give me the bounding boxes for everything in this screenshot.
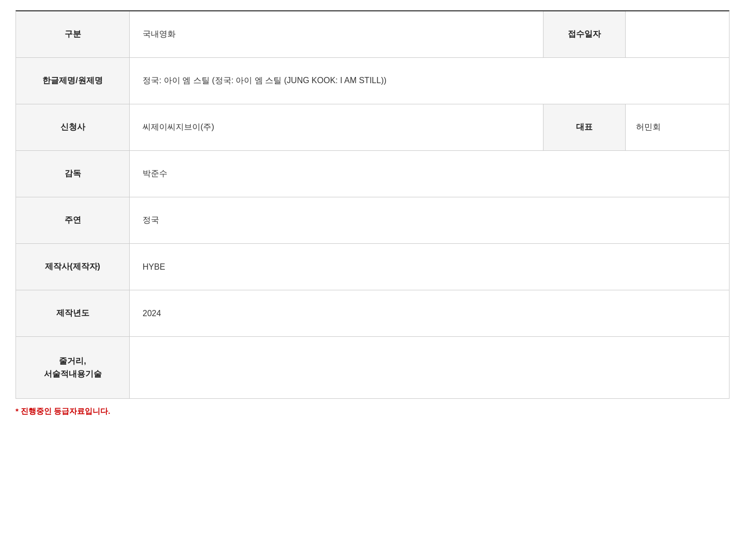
label-producer: 제작사(제작자) bbox=[16, 244, 130, 290]
label-applicant: 신청사 bbox=[16, 104, 130, 150]
value-producer: HYBE bbox=[130, 244, 729, 290]
label-story: 줄거리, 서술적내용기술 bbox=[16, 337, 130, 398]
table-row: 구분 국내영화 접수일자 bbox=[16, 11, 729, 58]
value-director: 박준수 bbox=[130, 151, 729, 197]
progress-note: * 진행중인 등급자료입니다. bbox=[15, 407, 730, 416]
label-lead: 주연 bbox=[16, 197, 130, 243]
value-reception-date bbox=[626, 11, 729, 57]
table-row: 감독 박준수 bbox=[16, 151, 729, 197]
value-representative: 허민회 bbox=[626, 104, 729, 150]
table-row: 주연 정국 bbox=[16, 197, 729, 244]
label-reception-date: 접수일자 bbox=[543, 11, 626, 57]
label-director: 감독 bbox=[16, 151, 130, 197]
table-row: 제작사(제작자) HYBE bbox=[16, 244, 729, 290]
table-row: 한글제명/원제명 정국: 아이 엠 스틸 (정국: 아이 엠 스틸 (JUNG … bbox=[16, 58, 729, 104]
table-row: 신청사 씨제이씨지브이(주) 대표 허민회 bbox=[16, 104, 729, 151]
value-title: 정국: 아이 엠 스틸 (정국: 아이 엠 스틸 (JUNG KOOK: I A… bbox=[130, 58, 729, 104]
label-category: 구분 bbox=[16, 11, 130, 57]
value-year: 2024 bbox=[130, 290, 729, 336]
label-representative: 대표 bbox=[543, 104, 626, 150]
value-applicant: 씨제이씨지브이(주) bbox=[130, 104, 543, 150]
table-container: 구분 국내영화 접수일자 한글제명/원제명 정국: 아이 엠 스틸 (정국: 아… bbox=[15, 10, 730, 399]
value-story bbox=[130, 337, 729, 398]
value-category: 국내영화 bbox=[130, 11, 543, 57]
label-title: 한글제명/원제명 bbox=[16, 58, 130, 104]
table-row: 제작년도 2024 bbox=[16, 290, 729, 337]
value-lead: 정국 bbox=[130, 197, 729, 243]
table-row: 줄거리, 서술적내용기술 bbox=[16, 337, 729, 399]
label-year: 제작년도 bbox=[16, 290, 130, 336]
